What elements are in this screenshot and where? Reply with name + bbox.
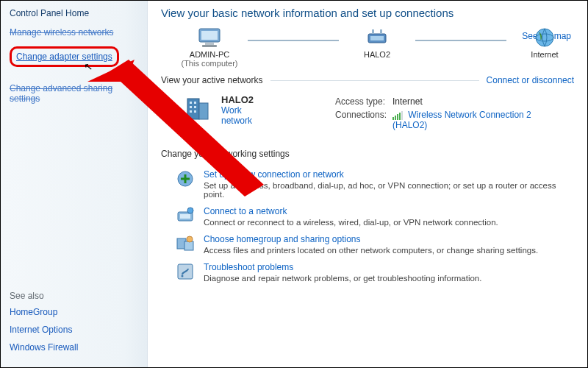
see-also-homegroup[interactable]: HomeGroup [10, 307, 138, 317]
svg-rect-19 [395, 116, 396, 120]
setting-title: Set up a new connection or network [204, 169, 574, 180]
main-panel: View your basic network information and … [148, 1, 587, 367]
control-panel-home-link[interactable]: Control Panel Home [10, 8, 138, 18]
divider-line [270, 80, 479, 81]
cursor-icon: ↖ [83, 60, 93, 73]
homegroup-icon [176, 234, 195, 253]
svg-point-26 [187, 208, 193, 213]
svg-point-29 [187, 236, 193, 242]
svg-rect-13 [194, 102, 196, 104]
connections-value-link[interactable]: Wireless Network Connection 2 (HALO2) [392, 110, 531, 130]
svg-point-8 [536, 29, 553, 46]
page-title: View your basic network information and … [161, 7, 574, 19]
active-network-block: HALO2 Work network Access type: Internet… [161, 91, 574, 138]
svg-rect-11 [199, 103, 208, 119]
setting-title: Choose homegroup and sharing options [204, 234, 538, 244]
network-map: ADMIN-PC (This computer) HALO2 Int [180, 26, 574, 68]
map-connector-2 [415, 40, 506, 41]
setting-setup-connection[interactable]: Set up a new connection or network Set u… [161, 165, 574, 202]
troubleshoot-icon [176, 262, 195, 281]
see-also-internet-options[interactable]: Internet Options [10, 325, 138, 335]
svg-rect-21 [399, 113, 401, 120]
setting-desc: Access files and printers located on oth… [204, 246, 538, 255]
svg-rect-2 [205, 43, 214, 45]
change-settings-header: Change your networking settings [161, 149, 574, 159]
sidebar-link-change-advanced-sharing[interactable]: Change advanced sharing settings [10, 83, 138, 104]
svg-rect-22 [401, 111, 403, 120]
node-pc-label: ADMIN-PC [190, 50, 229, 59]
globe-icon [534, 26, 556, 49]
sidebar-link-manage-wireless[interactable]: Manage wireless networks [10, 27, 138, 38]
node-router-label: HALO2 [364, 50, 390, 59]
svg-rect-20 [397, 114, 398, 120]
active-network-props: Access type: Internet Connections: Wirel… [334, 94, 574, 132]
setting-title: Troubleshoot problems [204, 262, 481, 272]
signal-icon [392, 111, 403, 120]
node-internet[interactable]: Internet [515, 26, 574, 68]
sidebar: Control Panel Home Manage wireless netwo… [1, 1, 148, 367]
active-network-type[interactable]: Work network [221, 105, 275, 126]
see-also-windows-firewall[interactable]: Windows Firewall [10, 342, 138, 353]
router-icon [366, 26, 388, 49]
active-network-name: HALO2 [221, 94, 275, 105]
connect-network-icon [176, 206, 195, 225]
svg-rect-6 [372, 29, 374, 34]
svg-rect-5 [370, 36, 384, 40]
access-type-value: Internet [392, 96, 573, 107]
svg-rect-1 [201, 31, 218, 40]
node-pc-sublabel: (This computer) [181, 59, 237, 68]
connections-label: Connections: [335, 109, 391, 131]
svg-rect-16 [190, 110, 192, 113]
svg-rect-17 [194, 110, 196, 113]
building-icon [183, 94, 212, 122]
computer-icon [196, 26, 223, 49]
setting-desc: Connect or reconnect to a wireless, wire… [204, 218, 498, 227]
svg-rect-12 [190, 102, 192, 104]
svg-rect-14 [190, 106, 192, 108]
node-router[interactable]: HALO2 [348, 26, 406, 68]
sidebar-link-change-adapter[interactable]: Change adapter settings [16, 52, 112, 62]
node-this-pc[interactable]: ADMIN-PC (This computer) [180, 26, 239, 68]
svg-rect-15 [194, 106, 196, 108]
connect-disconnect-link[interactable]: Connect or disconnect [487, 75, 574, 85]
setting-homegroup-sharing[interactable]: Choose homegroup and sharing options Acc… [161, 230, 574, 258]
setting-connect-network[interactable]: Connect to a network Connect or reconnec… [161, 202, 574, 230]
active-networks-header: View your active networks [161, 75, 263, 85]
svg-rect-3 [202, 45, 217, 47]
setting-desc: Set up a wireless, broadband, dial-up, a… [204, 181, 574, 199]
svg-rect-25 [180, 214, 190, 219]
see-also-label: See also [10, 291, 138, 301]
setting-title: Connect to a network [204, 206, 498, 216]
svg-rect-28 [184, 241, 193, 250]
svg-rect-7 [380, 29, 382, 34]
access-type-label: Access type: [335, 96, 391, 107]
node-internet-label: Internet [531, 50, 558, 59]
map-connector-1 [248, 40, 339, 41]
setting-troubleshoot[interactable]: Troubleshoot problems Diagnose and repai… [161, 258, 574, 286]
setup-connection-icon [176, 169, 195, 188]
setting-desc: Diagnose and repair network problems, or… [204, 274, 481, 283]
svg-rect-10 [187, 99, 199, 119]
svg-point-31 [182, 275, 184, 277]
highlight-box: Change adapter settings ↖ [10, 46, 119, 67]
